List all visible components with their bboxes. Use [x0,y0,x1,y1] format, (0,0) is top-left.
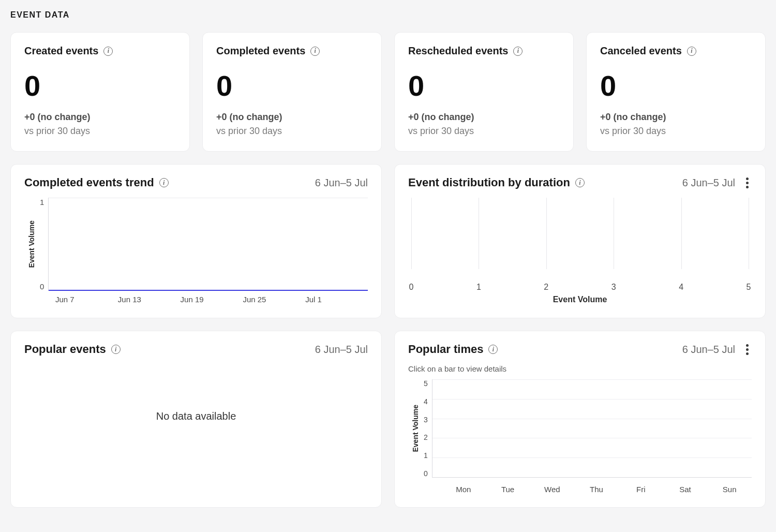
y-tick: 3 [424,416,428,424]
stat-card-completed: Completed events i 0 +0 (no change) vs p… [202,32,382,152]
x-tick: Jun 19 [181,295,243,304]
stat-value: 0 [600,71,752,100]
chart-title: Popular times [408,343,483,356]
info-icon[interactable]: i [687,47,696,56]
info-icon[interactable]: i [310,47,320,56]
chart-card-popular-times: Popular times i 6 Jun–5 Jul Click on a b… [394,331,766,508]
chart-title: Popular events [24,343,106,356]
stat-card-title: Created events [24,45,98,57]
x-tick: Sun [707,485,752,494]
chart-date-range: 6 Jun–5 Jul [682,177,735,189]
chart-card-trend: Completed events trend i 6 Jun–5 Jul Eve… [10,164,382,318]
stat-card-created: Created events i 0 +0 (no change) vs pri… [10,32,190,152]
stat-delta: +0 (no change) [216,112,368,123]
chart-card-popular-events: Popular events i 6 Jun–5 Jul No data ava… [10,331,382,508]
x-tick: Jun 13 [118,295,181,304]
stat-compare: vs prior 30 days [24,126,176,137]
y-tick: 0 [424,469,428,478]
distribution-plot-area: 0 1 2 3 4 5 [411,198,749,280]
x-tick: 1 [476,283,481,292]
info-icon[interactable]: i [103,47,113,56]
stat-card-title: Completed events [216,45,305,57]
info-icon[interactable]: i [575,178,585,187]
x-tick: Jul 1 [305,295,368,304]
more-vertical-icon[interactable] [742,178,752,188]
x-tick: Wed [530,485,574,494]
trend-line [49,290,368,291]
info-icon[interactable]: i [159,178,169,187]
stat-compare: vs prior 30 days [216,126,368,137]
section-title: EVENT DATA [10,10,766,20]
stat-delta: +0 (no change) [408,112,560,123]
chart-date-range: 6 Jun–5 Jul [682,344,735,356]
chart-card-distribution: Event distribution by duration i 6 Jun–5… [394,164,766,318]
x-tick: 4 [679,283,683,292]
chart-date-range: 6 Jun–5 Jul [315,177,368,189]
x-tick: Jun 25 [243,295,305,304]
y-tick: 5 [424,379,428,388]
times-x-ticks: Mon Tue Wed Thu Fri Sat Sun [408,485,752,494]
x-axis-label: Event Volume [408,295,752,304]
info-icon[interactable]: i [488,345,498,354]
x-tick: Sat [663,485,708,494]
y-tick: 4 [424,397,428,406]
x-tick: 3 [611,283,616,292]
chart-title: Event distribution by duration [408,176,570,189]
times-y-ticks: 5 4 3 2 1 0 [424,379,432,478]
y-axis-label: Event Volume [24,220,36,268]
stat-value: 0 [216,71,368,100]
x-tick: 5 [747,283,751,292]
x-tick: 2 [544,283,548,292]
chart-row-1: Completed events trend i 6 Jun–5 Jul Eve… [10,164,766,318]
stat-card-canceled: Canceled events i 0 +0 (no change) vs pr… [586,32,766,152]
more-vertical-icon[interactable] [742,344,752,355]
stat-card-title: Rescheduled events [408,45,508,57]
y-tick: 1 [40,198,44,206]
x-tick: Tue [486,485,530,494]
x-tick: 0 [409,283,414,292]
stat-delta: +0 (no change) [24,112,176,123]
stat-compare: vs prior 30 days [408,126,560,137]
chart-row-2: Popular events i 6 Jun–5 Jul No data ava… [10,331,766,508]
trend-x-ticks: Jun 7 Jun 13 Jun 19 Jun 25 Jul 1 [24,295,368,304]
stat-card-title: Canceled events [600,45,682,57]
stat-value: 0 [24,71,176,100]
empty-state-text: No data available [24,364,368,468]
chart-date-range: 6 Jun–5 Jul [315,344,368,356]
x-tick: Fri [619,485,663,494]
trend-plot-area [48,198,368,291]
stat-card-rescheduled: Rescheduled events i 0 +0 (no change) vs… [394,32,574,152]
info-icon[interactable]: i [513,47,523,56]
stat-delta: +0 (no change) [600,112,752,123]
stat-compare: vs prior 30 days [600,126,752,137]
x-tick: Mon [441,485,486,494]
x-tick: Jun 7 [55,295,118,304]
y-tick: 2 [424,433,428,441]
stat-value: 0 [408,71,560,100]
info-icon[interactable]: i [111,345,121,354]
y-tick: 1 [424,451,428,460]
times-plot-area [432,379,752,478]
y-axis-label: Event Volume [408,405,420,452]
chart-subtitle: Click on a bar to view details [408,364,752,373]
chart-title: Completed events trend [24,176,154,189]
stat-cards-grid: Created events i 0 +0 (no change) vs pri… [10,32,766,152]
trend-y-ticks: 1 0 [40,198,48,291]
y-tick: 0 [40,282,44,291]
x-tick: Thu [574,485,619,494]
